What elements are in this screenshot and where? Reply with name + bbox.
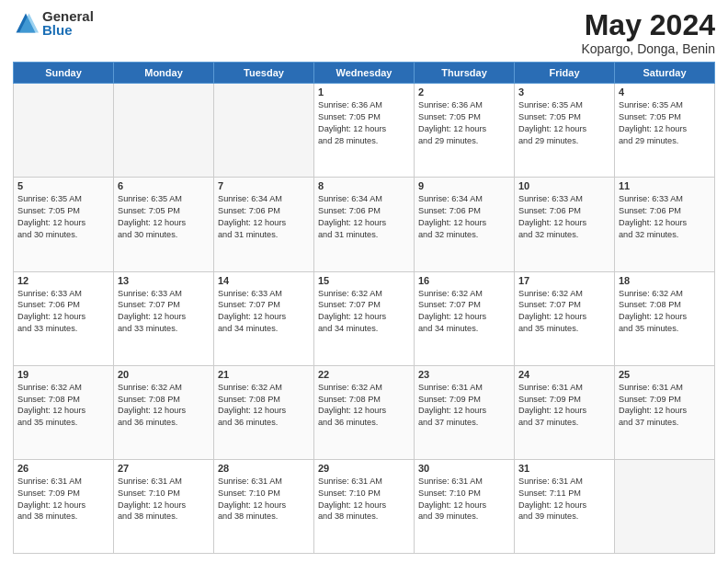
logo-icon [13,10,39,36]
title-month: May 2024 [581,9,715,41]
table-row: 12Sunrise: 6:33 AM Sunset: 7:06 PM Dayli… [14,271,114,365]
col-tuesday: Tuesday [214,63,314,84]
day-number: 30 [418,463,510,474]
logo-general-text: General [42,9,94,23]
day-info: Sunrise: 6:36 AM Sunset: 7:05 PM Dayligh… [418,99,510,147]
col-thursday: Thursday [415,63,515,84]
table-row [214,84,314,178]
table-row: 26Sunrise: 6:31 AM Sunset: 7:09 PM Dayli… [14,459,114,553]
day-number: 12 [17,275,109,286]
table-row: 23Sunrise: 6:31 AM Sunset: 7:09 PM Dayli… [415,365,515,459]
day-info: Sunrise: 6:35 AM Sunset: 7:05 PM Dayligh… [619,99,711,147]
table-row: 4Sunrise: 6:35 AM Sunset: 7:05 PM Daylig… [615,84,715,178]
table-row: 29Sunrise: 6:31 AM Sunset: 7:10 PM Dayli… [314,459,415,553]
day-number: 2 [418,86,510,98]
day-info: Sunrise: 6:34 AM Sunset: 7:06 PM Dayligh… [318,193,410,241]
day-number: 13 [118,275,210,286]
day-info: Sunrise: 6:31 AM Sunset: 7:09 PM Dayligh… [418,382,510,430]
table-row: 27Sunrise: 6:31 AM Sunset: 7:10 PM Dayli… [114,459,214,553]
day-info: Sunrise: 6:31 AM Sunset: 7:10 PM Dayligh… [418,476,510,523]
day-info: Sunrise: 6:32 AM Sunset: 7:07 PM Dayligh… [418,288,510,336]
logo-blue-text: Blue [42,23,94,37]
day-number: 24 [518,369,610,380]
day-info: Sunrise: 6:31 AM Sunset: 7:09 PM Dayligh… [518,382,610,430]
day-number: 23 [418,369,510,380]
table-row [114,84,214,178]
day-info: Sunrise: 6:33 AM Sunset: 7:06 PM Dayligh… [17,288,109,336]
day-number: 15 [318,275,410,286]
day-number: 26 [17,463,109,474]
day-number: 10 [518,180,610,191]
table-row: 17Sunrise: 6:32 AM Sunset: 7:07 PM Dayli… [515,271,615,365]
day-number: 8 [318,180,410,191]
day-info: Sunrise: 6:32 AM Sunset: 7:08 PM Dayligh… [619,288,711,336]
day-info: Sunrise: 6:33 AM Sunset: 7:07 PM Dayligh… [218,288,310,336]
col-wednesday: Wednesday [314,63,415,84]
day-number: 31 [518,463,610,474]
table-row: 16Sunrise: 6:32 AM Sunset: 7:07 PM Dayli… [415,271,515,365]
day-number: 16 [418,275,510,286]
day-info: Sunrise: 6:32 AM Sunset: 7:08 PM Dayligh… [118,382,210,430]
day-number: 5 [17,180,109,191]
day-number: 9 [418,180,510,191]
day-info: Sunrise: 6:35 AM Sunset: 7:05 PM Dayligh… [17,193,109,241]
logo: General Blue [13,9,94,37]
day-info: Sunrise: 6:33 AM Sunset: 7:06 PM Dayligh… [518,193,610,241]
day-info: Sunrise: 6:34 AM Sunset: 7:06 PM Dayligh… [218,193,310,241]
table-row: 25Sunrise: 6:31 AM Sunset: 7:09 PM Dayli… [615,365,715,459]
table-row: 28Sunrise: 6:31 AM Sunset: 7:10 PM Dayli… [214,459,314,553]
table-row: 19Sunrise: 6:32 AM Sunset: 7:08 PM Dayli… [14,365,114,459]
day-info: Sunrise: 6:33 AM Sunset: 7:07 PM Dayligh… [118,288,210,336]
table-row: 1Sunrise: 6:36 AM Sunset: 7:05 PM Daylig… [314,84,415,178]
table-row: 7Sunrise: 6:34 AM Sunset: 7:06 PM Daylig… [214,178,314,271]
day-number: 27 [118,463,210,474]
day-info: Sunrise: 6:32 AM Sunset: 7:07 PM Dayligh… [518,288,610,336]
day-info: Sunrise: 6:34 AM Sunset: 7:06 PM Dayligh… [418,193,510,241]
table-row: 15Sunrise: 6:32 AM Sunset: 7:07 PM Dayli… [314,271,415,365]
day-number: 22 [318,369,410,380]
col-sunday: Sunday [14,63,114,84]
day-number: 18 [619,275,711,286]
day-number: 1 [318,86,410,98]
day-number: 6 [118,180,210,191]
table-row [615,459,715,553]
day-number: 20 [118,369,210,380]
table-row: 6Sunrise: 6:35 AM Sunset: 7:05 PM Daylig… [114,178,214,271]
day-number: 14 [218,275,310,286]
col-saturday: Saturday [615,63,715,84]
day-number: 28 [218,463,310,474]
day-info: Sunrise: 6:35 AM Sunset: 7:05 PM Dayligh… [118,193,210,241]
title-block: May 2024 Kopargo, Donga, Benin [581,9,715,56]
table-row: 5Sunrise: 6:35 AM Sunset: 7:05 PM Daylig… [14,178,114,271]
day-info: Sunrise: 6:32 AM Sunset: 7:07 PM Dayligh… [318,288,410,336]
calendar-week-row: 1Sunrise: 6:36 AM Sunset: 7:05 PM Daylig… [14,84,715,178]
table-row: 14Sunrise: 6:33 AM Sunset: 7:07 PM Dayli… [214,271,314,365]
table-row: 30Sunrise: 6:31 AM Sunset: 7:10 PM Dayli… [415,459,515,553]
day-number: 7 [218,180,310,191]
table-row: 24Sunrise: 6:31 AM Sunset: 7:09 PM Dayli… [515,365,615,459]
day-info: Sunrise: 6:35 AM Sunset: 7:05 PM Dayligh… [518,99,610,147]
table-row: 22Sunrise: 6:32 AM Sunset: 7:08 PM Dayli… [314,365,415,459]
table-row: 18Sunrise: 6:32 AM Sunset: 7:08 PM Dayli… [615,271,715,365]
day-number: 21 [218,369,310,380]
day-info: Sunrise: 6:31 AM Sunset: 7:10 PM Dayligh… [118,476,210,523]
header: General Blue May 2024 Kopargo, Donga, Be… [13,9,715,56]
table-row: 2Sunrise: 6:36 AM Sunset: 7:05 PM Daylig… [415,84,515,178]
day-info: Sunrise: 6:31 AM Sunset: 7:10 PM Dayligh… [318,476,410,523]
day-number: 17 [518,275,610,286]
table-row: 9Sunrise: 6:34 AM Sunset: 7:06 PM Daylig… [415,178,515,271]
day-info: Sunrise: 6:32 AM Sunset: 7:08 PM Dayligh… [318,382,410,430]
day-info: Sunrise: 6:31 AM Sunset: 7:09 PM Dayligh… [17,476,109,523]
calendar-week-row: 12Sunrise: 6:33 AM Sunset: 7:06 PM Dayli… [14,271,715,365]
day-info: Sunrise: 6:31 AM Sunset: 7:10 PM Dayligh… [218,476,310,523]
table-row: 21Sunrise: 6:32 AM Sunset: 7:08 PM Dayli… [214,365,314,459]
day-number: 29 [318,463,410,474]
table-row: 13Sunrise: 6:33 AM Sunset: 7:07 PM Dayli… [114,271,214,365]
table-row: 31Sunrise: 6:31 AM Sunset: 7:11 PM Dayli… [515,459,615,553]
day-info: Sunrise: 6:33 AM Sunset: 7:06 PM Dayligh… [619,193,711,241]
table-row: 20Sunrise: 6:32 AM Sunset: 7:08 PM Dayli… [114,365,214,459]
col-friday: Friday [515,63,615,84]
day-number: 4 [619,86,711,98]
day-info: Sunrise: 6:32 AM Sunset: 7:08 PM Dayligh… [218,382,310,430]
day-info: Sunrise: 6:31 AM Sunset: 7:11 PM Dayligh… [518,476,610,523]
